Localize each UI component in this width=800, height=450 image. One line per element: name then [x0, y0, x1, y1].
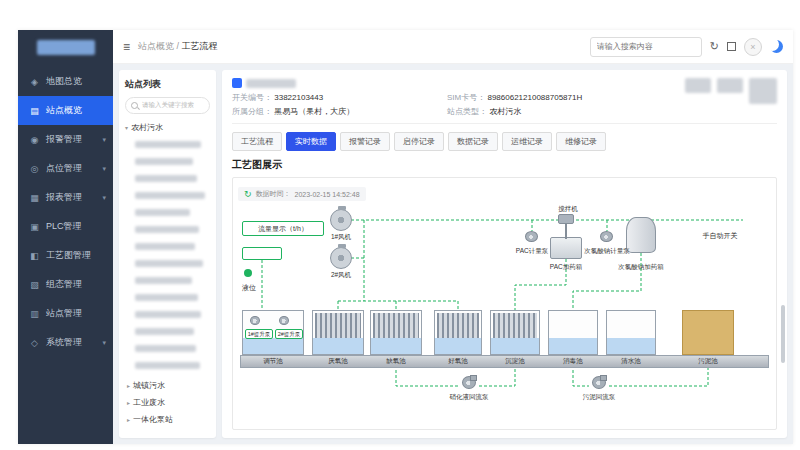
sync-icon[interactable]: ↻	[710, 40, 719, 53]
lift-pump-2-label: 2#提升泵	[275, 329, 303, 339]
tree-group-integrated-pump-station[interactable]: ▸ 一体化泵站	[127, 414, 210, 425]
tank-label: 污泥池	[698, 357, 718, 366]
data-time-label: 数据时间：	[256, 189, 291, 199]
tab-start-stop-records[interactable]: 启停记录	[394, 132, 444, 151]
lift-pump-2-icon	[279, 316, 289, 325]
flow-value-box	[242, 247, 282, 260]
sidebar-item-config-mgmt[interactable]: ▧ 组态管理	[18, 270, 113, 299]
scrollbar[interactable]	[781, 305, 785, 363]
site-search-placeholder: 请输入关键字搜索	[142, 101, 194, 110]
section-title: 工艺图展示	[232, 158, 777, 172]
site-list-item-redacted[interactable]	[135, 209, 190, 216]
tab-process-flow[interactable]: 工艺流程	[232, 132, 282, 151]
avatar[interactable]: ×	[744, 38, 762, 56]
data-time-pill: ↻ 数据时间： 2023-02-15 14:52:48	[238, 187, 366, 201]
site-list-item-redacted[interactable]	[135, 158, 193, 165]
level-indicator-dot	[244, 269, 252, 277]
sidebar-item-site-overview[interactable]: ▤ 站点概览	[18, 96, 113, 125]
site-header: 开关编号： 33822103443 SIM卡号： 898606212100887…	[232, 78, 777, 117]
site-list-item-redacted[interactable]	[135, 260, 203, 267]
pac-pump-label: PAC计量泵	[516, 247, 548, 256]
sludge-return-pump-icon	[590, 375, 607, 389]
detail-tabs: 工艺流程 实时数据 报警记录 启停记录 数据记录 运维记录 维修记录	[232, 132, 777, 151]
site-name-redacted	[246, 79, 296, 88]
nitrate-return-pump-label: 硝化液回流泵	[450, 393, 489, 402]
field-sim-no: SIM卡号： 89860621210088705871H	[447, 92, 685, 103]
chevron-down-icon: ▾	[102, 339, 106, 347]
theme-moon-icon[interactable]	[770, 40, 783, 53]
header-action-redacted[interactable]	[685, 78, 711, 93]
naclo-tank-label: 次氯酸钠加药箱	[618, 263, 664, 272]
report-icon: ▦	[29, 193, 40, 203]
tank-label: 缺氧池	[386, 357, 406, 366]
global-search-input[interactable]	[590, 37, 702, 57]
sidebar-item-site-mgmt[interactable]: ▥ 站点管理	[18, 299, 113, 328]
naclo-pump-icon	[600, 231, 613, 242]
tank-clean-water	[606, 310, 656, 355]
site-list-item-redacted[interactable]	[135, 328, 194, 335]
search-icon	[131, 102, 139, 110]
sidebar-item-label: 报表管理	[46, 191, 82, 204]
site-list-title: 站点列表	[125, 78, 210, 91]
tank-label: 厌氧池	[328, 357, 348, 366]
tank-label: 好氧池	[448, 357, 468, 366]
topbar: ≡ 站点概览 / 工艺流程 ↻ ×	[113, 30, 793, 64]
site-list-item-redacted[interactable]	[135, 362, 200, 369]
tank-label: 沉淀池	[505, 357, 525, 366]
site-mgmt-icon: ▥	[29, 309, 40, 319]
site-list-item-redacted[interactable]	[135, 192, 205, 199]
sidebar-item-report-mgmt[interactable]: ▦ 报表管理 ▾	[18, 183, 113, 212]
breadcrumb: 站点概览 / 工艺流程	[138, 40, 218, 53]
mixer-label: 搅拌机	[558, 205, 578, 214]
tank-anoxic	[370, 310, 422, 355]
tree-group-rural-sewage[interactable]: ▾ 农村污水	[125, 122, 210, 133]
tab-data-records[interactable]: 数据记录	[448, 132, 498, 151]
tab-repair-records[interactable]: 维修记录	[556, 132, 606, 151]
sidebar-item-label: 点位管理	[46, 162, 82, 175]
tree-group-industrial-wastewater[interactable]: ▸ 工业废水	[127, 397, 210, 408]
sidebar-item-label: 报警管理	[46, 133, 82, 146]
sidebar-item-plc-mgmt[interactable]: ▣ PLC管理	[18, 212, 113, 241]
sidebar-item-label: 站点管理	[46, 307, 82, 320]
tab-ops-records[interactable]: 运维记录	[502, 132, 552, 151]
refresh-icon[interactable]: ↻	[244, 189, 252, 199]
site-list-item-redacted[interactable]	[135, 243, 195, 250]
config-icon: ▧	[29, 280, 40, 290]
sidebar-item-label: 组态管理	[46, 278, 82, 291]
sidebar-item-process-diagram-mgmt[interactable]: ◧ 工艺图管理	[18, 241, 113, 270]
menu-collapse-icon[interactable]: ≡	[123, 40, 130, 54]
site-list-item-redacted[interactable]	[135, 277, 192, 284]
header-action-redacted[interactable]	[717, 78, 743, 93]
flow-display-box: 流量显示（t/h）	[242, 221, 324, 236]
site-list-item-redacted[interactable]	[135, 294, 198, 301]
site-list-item-redacted[interactable]	[135, 141, 201, 148]
diagram-canvas: 流量显示（t/h） 液位 1#风机 2#风机 搅拌机 PAC计量泵	[238, 205, 771, 419]
tab-alarm-records[interactable]: 报警记录	[340, 132, 390, 151]
sidebar-item-system-mgmt[interactable]: ◇ 系统管理 ▾	[18, 328, 113, 357]
tab-realtime-data[interactable]: 实时数据	[286, 132, 336, 151]
site-list-item-redacted[interactable]	[135, 175, 197, 182]
site-list-item-redacted[interactable]	[135, 226, 199, 233]
data-time-value: 2023-02-15 14:52:48	[295, 191, 360, 198]
chevron-down-icon: ▾	[102, 136, 106, 144]
site-list-item-redacted[interactable]	[135, 311, 201, 318]
process-diagram: ↻ 数据时间： 2023-02-15 14:52:48	[232, 177, 777, 430]
chevron-right-icon: ▸	[127, 416, 130, 423]
mixer-icon	[558, 214, 574, 224]
tree-group-town-sewage[interactable]: ▸ 城镇污水	[127, 380, 210, 391]
breadcrumb-parent[interactable]: 站点概览	[138, 41, 174, 51]
sidebar-item-point-mgmt[interactable]: ◎ 点位管理 ▾	[18, 154, 113, 183]
main-panel: 开关编号： 33822103443 SIM卡号： 898606212100887…	[222, 70, 787, 438]
sidebar-item-map-overview[interactable]: ◈ 地图总览	[18, 67, 113, 96]
chevron-down-icon: ▾	[102, 194, 106, 202]
sidebar-item-label: 系统管理	[46, 336, 82, 349]
app-window: ◈ 地图总览 ▤ 站点概览 ◉ 报警管理 ▾ ◎ 点位管理 ▾ ▦ 报表管理 ▾	[18, 30, 793, 444]
sidebar-item-alarm-mgmt[interactable]: ◉ 报警管理 ▾	[18, 125, 113, 154]
fullscreen-icon[interactable]	[727, 42, 736, 51]
tree-group-label: 农村污水	[131, 122, 163, 133]
pac-pump-icon	[525, 231, 538, 242]
site-list-item-redacted[interactable]	[135, 345, 196, 352]
diagram-icon: ◧	[29, 251, 40, 261]
chevron-right-icon: ▸	[127, 399, 130, 406]
site-search-box[interactable]: 请输入关键字搜索	[125, 97, 210, 114]
